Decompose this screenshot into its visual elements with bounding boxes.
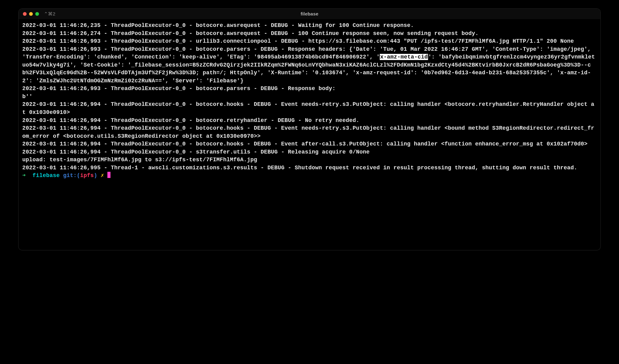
log-after-highlight: ': 'bafybeibqmimvbtgfrenlzcm4vyngez36yr2… bbox=[22, 54, 595, 171]
desktop-background: ⌃⌘2 filebase 2022-03-01 11:46:26,235 - T… bbox=[0, 0, 619, 364]
tab-label[interactable]: ⌃⌘2 bbox=[44, 11, 59, 17]
prompt-dirty-icon: ✗ bbox=[101, 172, 104, 179]
terminal-body[interactable]: 2022-03-01 11:46:26,235 - ThreadPoolExec… bbox=[19, 19, 600, 250]
close-icon[interactable] bbox=[23, 12, 27, 16]
terminal-output: 2022-03-01 11:46:26,235 - ThreadPoolExec… bbox=[22, 22, 597, 180]
prompt-cwd: filebase bbox=[32, 172, 60, 179]
prompt-git-close: ) bbox=[94, 172, 97, 179]
window-title: filebase bbox=[19, 11, 600, 17]
prompt-git-branch: ipfs bbox=[80, 172, 94, 179]
window-controls bbox=[23, 12, 39, 16]
minimize-icon[interactable] bbox=[29, 12, 33, 16]
text-cursor bbox=[107, 172, 110, 178]
terminal-window: ⌃⌘2 filebase 2022-03-01 11:46:26,235 - T… bbox=[19, 9, 600, 250]
prompt-git-label: git:( bbox=[63, 172, 80, 179]
prompt-arrow-icon: ➜ bbox=[22, 172, 26, 179]
highlighted-text: x-amz-meta-cid bbox=[380, 54, 428, 60]
titlebar: ⌃⌘2 filebase bbox=[19, 9, 600, 19]
zoom-icon[interactable] bbox=[35, 12, 39, 16]
